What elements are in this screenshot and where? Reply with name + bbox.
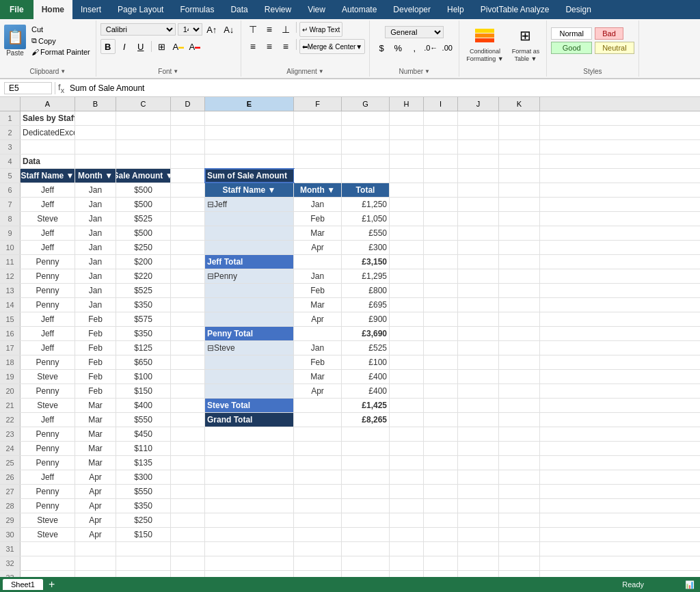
pivot-g-cell[interactable]: £1,050 [342,212,390,226]
cell[interactable] [424,327,458,340]
data-amount[interactable]: $550 [116,485,171,498]
cell[interactable] [171,312,205,326]
cell[interactable] [75,542,116,556]
sheet-tab[interactable]: Sheet1 [3,579,43,590]
cell[interactable] [390,111,424,125]
cell[interactable] [458,542,499,556]
pivot-g-cell[interactable]: £100 [342,355,390,369]
cell[interactable] [116,126,171,139]
data-staff[interactable]: Penny [21,499,75,513]
data-amount[interactable]: $125 [116,341,171,355]
data-month[interactable]: Feb [75,341,116,355]
merge-center-button[interactable]: ⬅Merge & Center▼ [299,39,365,54]
cell[interactable] [171,341,205,355]
pivot-e-cell[interactable] [205,355,294,369]
data-staff[interactable]: Steve [21,370,75,384]
pivot-e-cell[interactable]: Penny Total [205,327,294,340]
cell[interactable] [294,111,342,125]
cell[interactable] [171,499,205,513]
data-month[interactable]: Mar [75,427,116,441]
cell[interactable] [458,499,499,513]
pivot-f-cell[interactable]: Mar [294,370,342,384]
data-staff[interactable]: Penny [21,442,75,455]
wrap-text-button[interactable]: ↵ Wrap Text [299,22,342,37]
bold-button[interactable]: B [100,39,116,54]
pivot-e-cell[interactable] [205,241,294,254]
pivot-f-cell[interactable]: Feb [294,355,342,369]
cell-reference-box[interactable] [4,82,52,94]
pivot-e-cell[interactable] [205,284,294,297]
cell[interactable] [499,542,540,556]
cell[interactable] [294,427,342,441]
cell[interactable] [205,154,294,168]
cell[interactable] [294,470,342,484]
data-staff[interactable]: Penny [21,456,75,470]
col-header-G[interactable]: G [342,97,390,111]
cell[interactable] [171,556,205,570]
cell[interactable] [424,269,458,283]
cell[interactable] [294,126,342,139]
cell[interactable] [458,169,499,183]
col-header-B[interactable]: B [75,97,116,111]
col-header-A[interactable]: A [21,97,75,111]
data-amount[interactable]: $220 [116,269,171,283]
cell[interactable] [390,499,424,513]
data-amount[interactable]: $150 [116,528,171,541]
tab-review[interactable]: Review [256,0,299,19]
data-amount[interactable]: $500 [116,226,171,240]
cell[interactable] [424,542,458,556]
cell[interactable] [294,154,342,168]
cell[interactable] [171,154,205,168]
pivot-g-cell[interactable]: £400 [342,384,390,398]
cell[interactable]: Jan [75,183,116,197]
cell[interactable] [458,154,499,168]
data-amount[interactable]: $250 [116,241,171,254]
cell[interactable] [458,427,499,441]
cell[interactable] [458,111,499,125]
data-amount[interactable]: $575 [116,312,171,326]
cell[interactable] [171,298,205,312]
pivot-e-cell[interactable]: ⊟Steve [205,341,294,355]
cell[interactable] [499,442,540,455]
cell[interactable] [171,327,205,340]
cell[interactable] [171,413,205,427]
cell[interactable] [499,226,540,240]
style-neutral-badge[interactable]: Neutral [595,42,634,54]
cell[interactable] [499,413,540,427]
data-amount[interactable]: $350 [116,298,171,312]
cell[interactable] [499,154,540,168]
cell[interactable] [205,556,294,570]
pivot-g-cell[interactable]: £8,265 [342,413,390,427]
col-header-I[interactable]: I [424,97,458,111]
align-left-button[interactable]: ≡ [245,39,260,54]
cell[interactable] [116,556,171,570]
pivot-f-cell[interactable]: Feb [294,284,342,297]
data-amount[interactable]: $350 [116,327,171,340]
tab-formulas[interactable]: Formulas [172,0,222,19]
pivot-f-cell[interactable]: Mar [294,226,342,240]
data-amount[interactable]: $150 [116,384,171,398]
cell[interactable] [390,399,424,412]
cell[interactable] [390,269,424,283]
cell[interactable] [390,327,424,340]
data-month[interactable]: Jan [75,226,116,240]
cell[interactable] [171,212,205,226]
cell[interactable] [171,470,205,484]
data-month[interactable]: Feb [75,355,116,369]
data-amount[interactable]: $350 [116,499,171,513]
pivot-e-cell[interactable] [205,312,294,326]
cell[interactable] [21,140,75,154]
cell[interactable] [342,442,390,455]
cell[interactable] [390,140,424,154]
cell[interactable] [342,140,390,154]
cell[interactable] [294,140,342,154]
col-header-E[interactable]: E [205,97,294,111]
data-staff[interactable]: Penny [21,269,75,283]
cell[interactable] [424,154,458,168]
cell[interactable] [390,384,424,398]
pivot-e-cell[interactable]: ⊟Penny [205,269,294,283]
cell[interactable] [342,427,390,441]
cell[interactable] [342,456,390,470]
italic-button[interactable]: I [117,39,132,54]
cell[interactable] [458,413,499,427]
